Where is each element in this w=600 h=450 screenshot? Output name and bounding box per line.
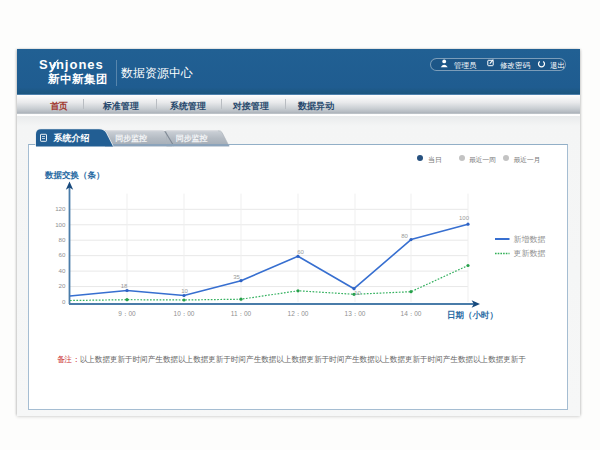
svg-text:40: 40	[59, 267, 66, 274]
svg-text:100: 100	[459, 215, 470, 221]
svg-text:60: 60	[59, 251, 66, 258]
svg-text:10：00: 10：00	[174, 310, 195, 317]
svg-text:同步监控: 同步监控	[176, 134, 208, 143]
svg-text:系统介绍: 系统介绍	[53, 133, 90, 143]
svg-text:同步监控: 同步监控	[115, 134, 147, 143]
svg-text:20: 20	[59, 282, 66, 289]
svg-text:更新数据: 更新数据	[514, 249, 546, 258]
svg-text:35: 35	[233, 274, 240, 280]
svg-text:12：00: 12：00	[288, 310, 309, 317]
svg-text:新增数据: 新增数据	[514, 235, 546, 244]
svg-text:10: 10	[354, 290, 361, 296]
svg-text:0: 0	[62, 298, 66, 305]
svg-text:14：00: 14：00	[401, 310, 422, 317]
svg-text:80: 80	[401, 233, 408, 239]
svg-text:100: 100	[55, 221, 66, 228]
svg-text:18: 18	[121, 283, 128, 289]
svg-text:9：00: 9：00	[118, 310, 136, 317]
svg-text:10: 10	[181, 288, 188, 294]
svg-text:日期（小时）: 日期（小时）	[447, 310, 498, 320]
svg-text:数据交换（条）: 数据交换（条）	[44, 170, 105, 180]
svg-text:60: 60	[297, 249, 304, 255]
svg-text:13：00: 13：00	[345, 310, 366, 317]
svg-text:备注：以上数据更新于时间产生数据以上数据更新于时间产生数据以: 备注：以上数据更新于时间产生数据以上数据更新于时间产生数据以上数据更新于时间产生…	[57, 355, 526, 364]
svg-text:80: 80	[59, 236, 66, 243]
svg-text:120: 120	[55, 205, 66, 212]
svg-text:11：00: 11：00	[231, 310, 252, 317]
